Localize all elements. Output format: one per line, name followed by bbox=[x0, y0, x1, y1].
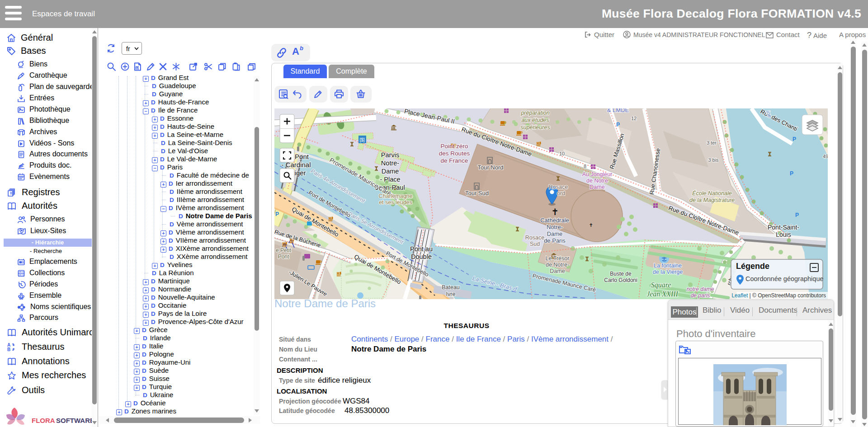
svg-text:Tour Nord: Tour Nord bbox=[477, 164, 503, 171]
svg-text:s+: s+ bbox=[136, 66, 140, 70]
svg-text:Parvis: Parvis bbox=[381, 151, 399, 159]
svg-text:Coordonnée géographique: Coordonnée géographique bbox=[745, 275, 824, 282]
svg-text:Louis: Louis bbox=[776, 231, 791, 238]
svg-text:Dame: Dame bbox=[382, 168, 399, 175]
svg-text:P: P bbox=[790, 170, 793, 177]
svg-text:Charlemagne: Charlemagne bbox=[378, 193, 412, 199]
svg-text:de France: de France bbox=[441, 157, 468, 164]
svg-text:des Routes: des Routes bbox=[439, 150, 470, 157]
svg-text:P: P bbox=[275, 211, 279, 217]
svg-text:3 ter: 3 ter bbox=[707, 140, 717, 145]
svg-text:de la Magistrature: de la Magistrature bbox=[689, 197, 735, 203]
svg-text:de la Vierge: de la Vierge bbox=[653, 269, 683, 275]
svg-text:8: 8 bbox=[584, 164, 586, 169]
svg-text:Rosace: Rosace bbox=[549, 184, 568, 190]
svg-text:Leaflet | © OpenStreetMap cont: Leaflet | © OpenStreetMap contributors bbox=[731, 292, 826, 299]
svg-text:Dame: Dame bbox=[547, 230, 563, 237]
svg-text:Pont au: Pont au bbox=[410, 245, 433, 253]
svg-text:✝: ✝ bbox=[552, 207, 559, 217]
svg-text:supérieures: supérieures bbox=[520, 124, 550, 131]
svg-text:Dame: Dame bbox=[550, 268, 565, 274]
svg-text:& LMDE: & LMDE bbox=[607, 108, 629, 113]
svg-text:Square: Square bbox=[651, 281, 671, 289]
svg-text:et ses leudes: et ses leudes bbox=[379, 199, 412, 206]
svg-text:Ivre: Ivre bbox=[446, 291, 456, 297]
svg-text:Bateau: Bateau bbox=[442, 284, 460, 291]
svg-text:[$]: [$] bbox=[359, 137, 364, 142]
svg-text:Jean XXIII: Jean XXIII bbox=[646, 290, 678, 298]
svg-text:12: 12 bbox=[631, 116, 637, 121]
svg-text:de paris: de paris bbox=[691, 292, 710, 299]
svg-text:Point zéro: Point zéro bbox=[441, 143, 468, 150]
svg-text:3 bis: 3 bis bbox=[708, 157, 719, 163]
svg-text:10: 10 bbox=[559, 151, 565, 156]
svg-text:Double: Double bbox=[411, 253, 432, 260]
svg-text:Pont: Pont bbox=[278, 253, 289, 260]
svg-text:de Notre: de Notre bbox=[586, 178, 608, 184]
svg-text:Le Trésor: Le Trésor bbox=[546, 255, 570, 262]
svg-text:notre dame: notre dame bbox=[687, 286, 714, 292]
svg-text:- Place: - Place bbox=[380, 176, 400, 183]
svg-text:Au Jongleur: Au Jongleur bbox=[582, 171, 613, 178]
svg-text:Carlo Goldoni: Carlo Goldoni bbox=[604, 277, 637, 283]
svg-text:Tour Sud: Tour Sud bbox=[465, 190, 489, 197]
svg-text:ord: ord bbox=[557, 190, 565, 197]
svg-text:49: 49 bbox=[823, 154, 828, 159]
svg-text:✝: ✝ bbox=[589, 222, 593, 228]
svg-text:Cathédrale: Cathédrale bbox=[540, 217, 569, 224]
svg-text:tiger: tiger bbox=[292, 169, 306, 177]
svg-text:P: P bbox=[793, 136, 796, 142]
svg-text:P: P bbox=[616, 122, 620, 128]
svg-text:La fontaine: La fontaine bbox=[654, 263, 682, 269]
svg-text:de Notre-: de Notre- bbox=[546, 262, 569, 268]
svg-text:e Petit: e Petit bbox=[276, 247, 292, 253]
svg-text:préparation: préparation bbox=[520, 110, 549, 116]
svg-text:École Nationale: École Nationale bbox=[692, 190, 732, 197]
svg-text:Sud: Sud bbox=[530, 241, 540, 247]
svg-text:de Paris: de Paris bbox=[544, 237, 566, 244]
svg-text:Pont-Saint-: Pont-Saint- bbox=[768, 224, 799, 231]
svg-text:Notre-: Notre- bbox=[547, 224, 563, 230]
svg-text:aux études: aux études bbox=[521, 117, 549, 123]
svg-text:B: B bbox=[7, 347, 10, 352]
svg-text:Notre-: Notre- bbox=[381, 160, 399, 167]
svg-text:Buste de: Buste de bbox=[610, 271, 632, 277]
svg-text:P: P bbox=[795, 212, 799, 218]
svg-text:Rosace: Rosace bbox=[525, 235, 544, 241]
svg-text:Légende: Légende bbox=[736, 262, 769, 271]
svg-text:-Pont: -Pont bbox=[292, 153, 309, 160]
svg-text:Dame: Dame bbox=[590, 184, 604, 190]
